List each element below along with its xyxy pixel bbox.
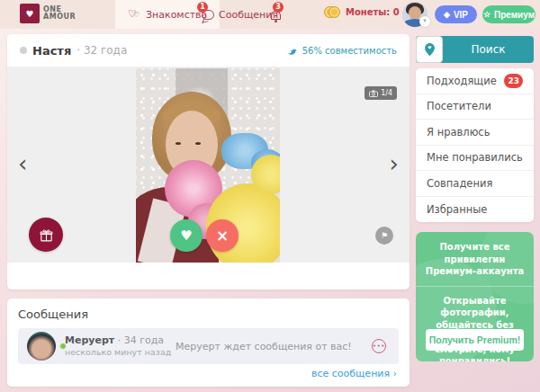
like-button[interactable]: ♥ [170,219,202,252]
logo-heart-icon: ♥ [20,4,40,23]
notifications-button[interactable]: 3 [268,7,284,23]
search-label: Поиск [443,43,534,56]
promo-title: Получите все привилегии Премиум-аккаунта [416,232,534,287]
coins-button[interactable]: Монеты: 0 [324,6,400,18]
premium-promo-card: Получите все привилегии Премиум-аккаунта… [416,232,534,361]
location-pin-box[interactable] [416,36,443,63]
search-button[interactable]: Поиск [416,36,534,63]
premium-label: Премиум [494,10,535,20]
message-row[interactable]: Меруерт · 34 года несколько минут назад … [18,328,399,364]
dislike-button[interactable]: × [206,219,238,252]
matches-count-badge: 23 [504,74,523,88]
heart-outline-icon-small: ♡ [133,11,140,19]
location-pin-icon [424,42,436,57]
compatibility-indicator[interactable]: 56% совместимость [286,46,397,56]
sender-name: Меруерт [65,334,114,346]
profile-name: Настя [32,44,71,58]
sidebar-item-they-like-me[interactable]: Я нравлюсь [416,120,534,146]
premium-button[interactable]: ☆ Премиум [482,5,536,23]
prev-photo-arrow[interactable]: ‹ [18,152,27,175]
menu-label: Я нравлюсь [427,126,490,138]
x-icon: × [216,227,229,245]
notifications-badge: 3 [273,2,284,13]
sidebar-item-mutual[interactable]: Совпадения [416,171,534,197]
top-header: ♥ ONE AMOUR ♡ ♡ Знакомства 1 Сообщения 3… [0,0,540,29]
star-icon: ☆ [483,10,490,19]
messages-title: Сообщения [18,307,399,321]
chevron-down-icon: ▾ [423,17,427,24]
profile-title-row: Настя · 32 года 56% совместимость [7,34,410,67]
sidebar-menu: Подходящие 23 Посетители Я нравлюсь Мне … [416,68,534,222]
message-time: несколько минут назад [65,347,171,358]
ellipsis-icon: ••• [373,343,385,350]
menu-label: Посетители [427,100,491,112]
offline-status-dot [20,47,27,54]
photo-stage: ‹ › 1/4 [7,67,410,263]
sidebar-item-visitors[interactable]: Посетители [416,94,534,120]
profile-card: Настя · 32 года 56% совместимость ‹ › [7,34,410,290]
messages-badge: 1 [197,2,208,13]
next-photo-arrow[interactable]: › [390,152,399,175]
diamond-icon: ◆ [444,10,450,19]
menu-label: Избранные [427,203,487,216]
photo-counter[interactable]: 1/4 [364,86,397,100]
logo-line2: AMOUR [43,13,76,21]
messages-icon-wrap: 1 [202,10,214,20]
gift-icon [39,227,54,243]
sender-meta: Меруерт · 34 года несколько минут назад [65,334,171,359]
send-gift-button[interactable] [29,218,63,252]
message-text: Меруерт ждет сообщения от вас! [176,341,352,352]
flag-icon: ⚑ [381,231,388,240]
vip-label: VIP [454,10,468,20]
menu-label: Подходящие [427,75,497,87]
online-status-dot [59,343,67,350]
camera-icon [369,90,378,97]
hearts-icon: ♡ ♡ [128,9,141,20]
coins-icon [324,6,340,18]
heart-icon: ♥ [180,227,192,244]
menu-label: Мне понравились [427,151,523,164]
logo-text: ONE AMOUR [43,6,76,21]
vip-button[interactable]: ◆ VIP [435,5,477,23]
oneamour-page: { "header": { "logo": { "line1": "ONE", … [0,0,540,392]
sender-age: · 34 года [118,334,164,346]
avatar-menu-caret[interactable]: ▾ [419,16,430,27]
profile-age: · 32 года [76,44,127,57]
sidebar-item-matches[interactable]: Подходящие 23 [416,68,534,94]
menu-label: Совпадения [427,177,492,190]
tab-messages[interactable]: 1 Сообщения [202,0,278,29]
bird-icon [286,46,298,56]
compatibility-label: 56% совместимость [302,46,397,56]
report-button[interactable]: ⚑ [375,227,393,245]
coins-label: Монеты: 0 [346,7,400,17]
photo-counter-label: 1/4 [381,89,392,97]
logo[interactable]: ♥ ONE AMOUR [20,4,76,23]
message-options-button[interactable]: ••• [372,339,386,353]
sidebar-item-favorites[interactable]: Избранные [416,197,534,223]
get-premium-button[interactable]: Получить Premium! [426,329,524,351]
all-messages-link[interactable]: все сообщения › [311,368,397,379]
sender-avatar [27,332,56,361]
messages-card: Сообщения Меруерт · 34 года несколько ми… [7,298,410,387]
sidebar-item-i-liked[interactable]: Мне понравились [416,146,534,172]
